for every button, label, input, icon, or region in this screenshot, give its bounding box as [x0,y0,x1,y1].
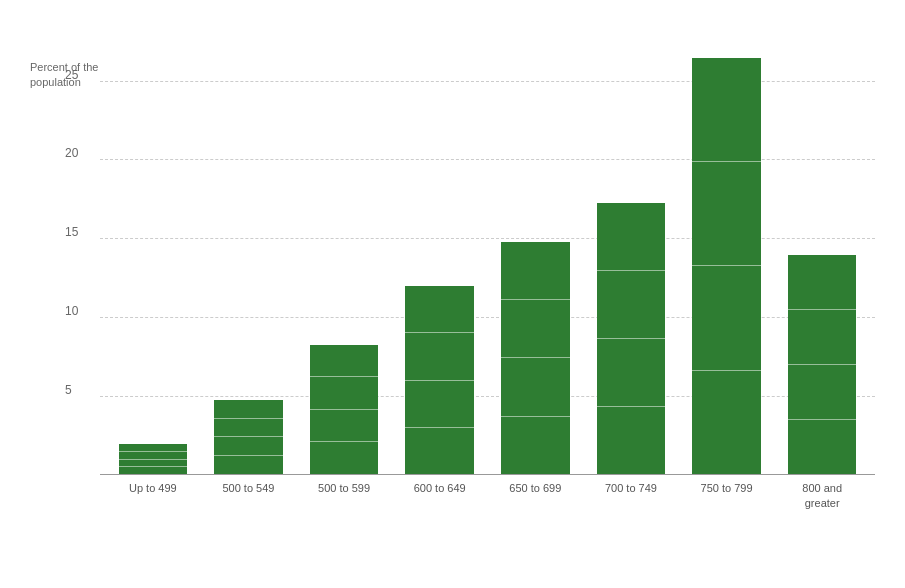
bar-group [779,50,865,475]
grid-label: 20 [65,146,78,160]
x-label: Up to 499 [110,481,196,510]
grid-label: 10 [65,304,78,318]
x-label: 750 to 799 [684,481,770,510]
bar-group [397,50,483,475]
chart-area: Percent of the population 252015105 Up t… [30,50,875,510]
bar [501,242,570,475]
chart-container: Percent of the population 252015105 Up t… [0,0,905,588]
bar [119,444,188,476]
x-label: 650 to 699 [493,481,579,510]
bar-group [110,50,196,475]
chart-inner: 252015105 Up to 499500 to 549500 to 5996… [100,50,875,510]
x-labels: Up to 499500 to 549500 to 599600 to 6496… [100,481,875,510]
bar-group [684,50,770,475]
bar [405,286,474,475]
bar [597,203,666,476]
grid-label: 5 [65,383,72,397]
bar-group [206,50,292,475]
bars-row [100,50,875,475]
x-label: 700 to 749 [588,481,674,510]
bar [692,58,761,476]
x-label: 800 andgreater [779,481,865,510]
bar-group [588,50,674,475]
x-label: 600 to 649 [397,481,483,510]
bar [214,400,283,476]
bar [310,345,379,476]
x-label: 500 to 599 [301,481,387,510]
bar-group [493,50,579,475]
bar [788,255,857,476]
grid-and-bars: 252015105 [100,50,875,475]
grid-label: 25 [65,68,78,82]
grid-label: 15 [65,225,78,239]
bar-group [301,50,387,475]
x-label: 500 to 549 [206,481,292,510]
y-axis-label: Percent of the population [30,50,100,510]
